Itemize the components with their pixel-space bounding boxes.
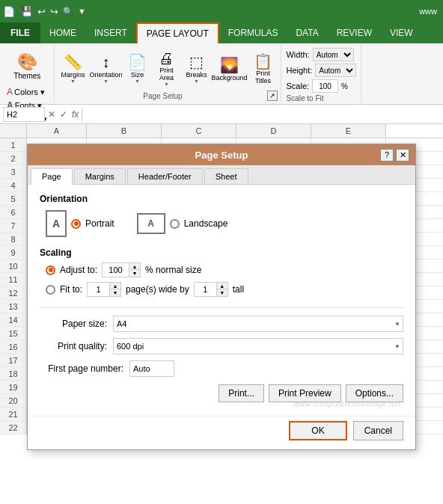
row-number[interactable]: 10	[0, 259, 27, 272]
margins-btn[interactable]: 📏 Margins ▼	[58, 48, 88, 90]
main-wrapper: 📄 💾 ↩ ↪ 🔍 ▼ www FILE HOME INSERT PAGE LA…	[0, 0, 443, 504]
width-label: Width:	[286, 50, 309, 59]
dialog-tab-page[interactable]: Page	[31, 168, 73, 185]
adjust-spin-up[interactable]: ▲	[129, 263, 140, 270]
row-number[interactable]: 20	[0, 394, 27, 407]
row-number[interactable]: 4	[0, 179, 27, 191]
col-header-b[interactable]: B	[87, 124, 162, 138]
row-number[interactable]: 9	[0, 246, 27, 259]
scaling-section: Scaling Adjust to: ▲ ▼	[40, 248, 403, 297]
cell-reference[interactable]	[3, 107, 45, 122]
size-btn[interactable]: 📄 Size ▼	[123, 48, 150, 90]
redo-btn[interactable]: ↪	[49, 4, 60, 19]
dialog-tab-sheet[interactable]: Sheet	[204, 168, 248, 184]
row-number[interactable]: 6	[0, 206, 27, 218]
fit-wide-spin-down[interactable]: ▼	[110, 289, 120, 296]
row-number[interactable]: 13	[0, 300, 27, 313]
adjust-value-input[interactable]	[102, 262, 129, 277]
adjust-label: Adjust to:	[60, 265, 97, 275]
row-number[interactable]: 14	[0, 313, 27, 326]
options-btn[interactable]: Options...	[346, 384, 403, 402]
tab-page-layout[interactable]: PAGE LAYOUT	[136, 22, 219, 43]
print-quality-select[interactable]: 600 dpi 300 dpi	[113, 338, 403, 354]
row-number[interactable]: 2	[0, 152, 27, 165]
col-header-d[interactable]: D	[236, 124, 311, 138]
tab-view[interactable]: VIEW	[381, 22, 422, 43]
undo-btn[interactable]: ↩	[36, 4, 47, 19]
tab-home[interactable]: HOME	[40, 22, 85, 43]
adjust-spin-down[interactable]: ▼	[129, 270, 140, 277]
dialog-tabs: Page Margins Header/Footer Sheet	[28, 165, 415, 185]
row-number[interactable]: 21	[0, 408, 27, 420]
orientation-btn[interactable]: ↕ Orientation ▼	[89, 48, 122, 90]
search-quick-btn[interactable]: 🔍	[61, 5, 75, 18]
page-setup-group: 📏 Margins ▼ ↕ Orientation ▼ 📄 Size ▼ 🖨 P…	[55, 45, 281, 102]
row-number[interactable]: 16	[0, 340, 27, 353]
print-quality-label: Print quality:	[40, 341, 107, 351]
row-number[interactable]: 8	[0, 233, 27, 245]
tab-file[interactable]: FILE	[0, 22, 40, 43]
tab-data[interactable]: DATA	[287, 22, 327, 43]
row-number[interactable]: 12	[0, 286, 27, 299]
page-setup-dialog-btn[interactable]: ↗	[267, 90, 278, 101]
portrait-option[interactable]: A Portrait	[46, 210, 114, 237]
save-btn[interactable]: 💾	[19, 4, 34, 19]
row-number[interactable]: 3	[0, 165, 27, 178]
background-btn[interactable]: 🌄 Background	[212, 48, 246, 90]
adjust-unit: % normal size	[145, 265, 201, 275]
width-select[interactable]: Autom	[313, 48, 354, 61]
row-number[interactable]: 19	[0, 381, 27, 393]
print-preview-btn[interactable]: Print Preview	[269, 384, 341, 402]
dialog-tab-header-footer[interactable]: Header/Footer	[127, 168, 203, 184]
insert-function-icon[interactable]: fx	[72, 109, 79, 120]
cancel-formula-icon[interactable]: ✕	[48, 109, 55, 120]
row-number[interactable]: 1	[0, 138, 27, 151]
col-header-e[interactable]: E	[311, 124, 386, 138]
adjust-radio[interactable]	[46, 265, 55, 275]
scale-input[interactable]	[312, 79, 338, 93]
breaks-btn[interactable]: ⬚ Breaks ▼	[182, 48, 210, 90]
paper-size-select[interactable]: A4 Letter A3	[113, 316, 403, 332]
dialog-help-btn[interactable]: ?	[380, 149, 394, 162]
formula-input[interactable]	[85, 107, 440, 122]
print-titles-btn[interactable]: 📋 Print Titles	[248, 48, 278, 90]
row-number[interactable]: 11	[0, 273, 27, 286]
row-number[interactable]: 22	[0, 421, 27, 434]
colors-btn[interactable]: A Colors ▾	[4, 85, 49, 99]
portrait-radio[interactable]	[71, 219, 81, 229]
col-header-c[interactable]: C	[162, 124, 236, 138]
landscape-option[interactable]: A Landscape	[137, 213, 228, 234]
first-page-input[interactable]	[129, 360, 174, 377]
fit-tall-input[interactable]	[194, 282, 216, 297]
fit-tall-spin-down[interactable]: ▼	[217, 289, 227, 296]
tab-insert[interactable]: INSERT	[85, 22, 136, 43]
row-number[interactable]: 7	[0, 219, 27, 232]
themes-button[interactable]: 🎨 Themes	[8, 46, 46, 85]
dialog-tab-margins[interactable]: Margins	[74, 168, 126, 184]
ok-button[interactable]: OK	[289, 421, 346, 440]
height-label: Height:	[286, 66, 312, 75]
fit-tall-spin-up[interactable]: ▲	[217, 283, 227, 289]
confirm-formula-icon[interactable]: ✓	[60, 109, 67, 120]
paper-size-row: Paper size: A4 Letter A3 ▼	[40, 316, 403, 332]
fit-radio[interactable]	[46, 285, 55, 295]
landscape-radio[interactable]	[170, 219, 180, 229]
row-number[interactable]: 17	[0, 354, 27, 366]
tab-formulas[interactable]: FORMULAS	[219, 22, 287, 43]
row-number[interactable]: 15	[0, 327, 27, 339]
tab-review[interactable]: REVIEW	[328, 22, 381, 43]
height-select[interactable]: Autom	[315, 64, 356, 77]
customize-btn[interactable]: ▼	[76, 5, 88, 17]
print-btn[interactable]: Print...	[219, 384, 264, 402]
dialog-close-btn[interactable]: ✕	[396, 149, 409, 162]
row-number[interactable]: 5	[0, 192, 27, 205]
landscape-label: Landscape	[184, 218, 228, 229]
scale-label: Scale:	[286, 82, 309, 90]
col-header-a[interactable]: A	[27, 124, 87, 138]
fit-wide-input[interactable]	[87, 282, 109, 297]
fit-wide-spin-up[interactable]: ▲	[110, 283, 120, 289]
print-area-btn[interactable]: 🖨 Print Area ▼	[152, 48, 180, 90]
row-number[interactable]: 18	[0, 367, 27, 380]
dialog-titlebar: Page Setup ? ✕	[28, 144, 415, 165]
cancel-button[interactable]: Cancel	[353, 421, 403, 440]
